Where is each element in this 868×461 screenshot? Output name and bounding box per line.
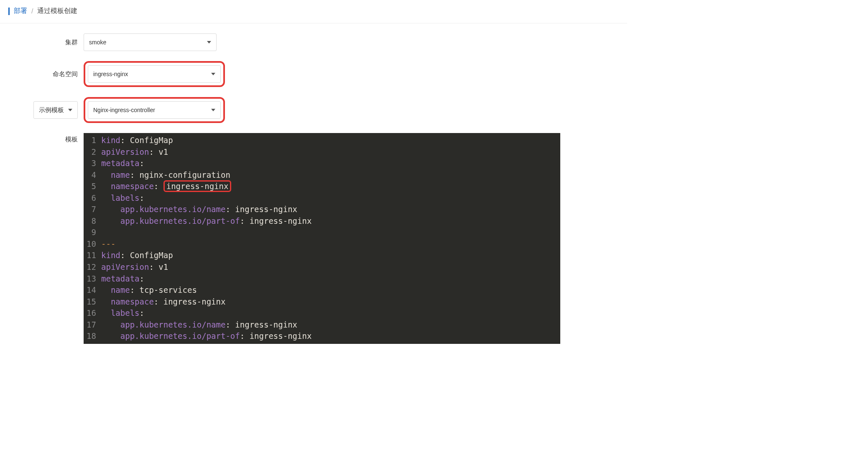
line-code: namespace: ingress-nginx — [101, 181, 231, 192]
line-number: 13 — [84, 273, 101, 285]
editor-line: 8 app.kubernetes.io/part-of: ingress-ngi… — [84, 215, 560, 227]
editor-line: 10--- — [84, 238, 560, 250]
editor-line: 14 name: tcp-services — [84, 284, 560, 296]
editor-line: 1kind: ConfigMap — [84, 135, 560, 146]
example-template-highlight: Nginx-ingress-controller — [84, 97, 225, 123]
editor-line: 2apiVersion: v1 — [84, 146, 560, 158]
editor-line: 13metadata: — [84, 273, 560, 285]
editor-line: 9 — [84, 227, 560, 238]
editor-line: 4 name: nginx-configuration — [84, 169, 560, 181]
namespace-highlight: ingress-nginx — [84, 61, 225, 87]
chevron-down-icon — [68, 109, 72, 111]
example-template-select-value: Nginx-ingress-controller — [93, 107, 155, 113]
editor-line: 15 namespace: ingress-nginx — [84, 296, 560, 308]
line-code: metadata: — [101, 158, 144, 169]
line-number: 17 — [84, 319, 101, 331]
line-code: app.kubernetes.io/part-of: ingress-nginx — [101, 215, 311, 227]
line-code: name: nginx-configuration — [101, 169, 230, 181]
editor-line: 12apiVersion: v1 — [84, 261, 560, 273]
example-template-button-label: 示例模板 — [39, 106, 64, 114]
line-number: 16 — [84, 307, 101, 319]
line-number: 1 — [84, 135, 101, 146]
line-number: 15 — [84, 296, 101, 308]
line-number: 2 — [84, 146, 101, 158]
editor-line: 17 app.kubernetes.io/name: ingress-nginx — [84, 319, 560, 331]
line-code: --- — [101, 238, 115, 250]
editor-line: 16 labels: — [84, 307, 560, 319]
line-number: 6 — [84, 192, 101, 204]
line-code: kind: ConfigMap — [101, 250, 173, 261]
breadcrumb-separator: / — [31, 8, 33, 15]
example-template-select[interactable]: Nginx-ingress-controller — [88, 101, 221, 119]
line-code: app.kubernetes.io/part-of: ingress-nginx — [101, 330, 311, 342]
namespace-select-value: ingress-nginx — [93, 71, 128, 77]
line-code: labels: — [101, 307, 144, 319]
line-code: apiVersion: v1 — [101, 261, 168, 273]
example-template-button[interactable]: 示例模板 — [33, 101, 78, 119]
breadcrumb: 部署 / 通过模板创建 — [0, 0, 627, 23]
editor-line: 7 app.kubernetes.io/name: ingress-nginx — [84, 204, 560, 215]
line-code: kind: ConfigMap — [101, 135, 173, 146]
line-number: 4 — [84, 169, 101, 181]
line-code: apiVersion: v1 — [101, 146, 168, 158]
line-code: namespace: ingress-nginx — [101, 296, 225, 308]
line-number: 14 — [84, 284, 101, 296]
editor-line: 18 app.kubernetes.io/part-of: ingress-ng… — [84, 330, 560, 342]
editor-line: 6 labels: — [84, 192, 560, 204]
yaml-editor[interactable]: 1kind: ConfigMap2apiVersion: v13metadata… — [84, 133, 560, 344]
line-number: 10 — [84, 238, 101, 250]
cluster-select[interactable]: smoke — [84, 33, 217, 51]
editor-line: 5 namespace: ingress-nginx — [84, 181, 560, 192]
line-number: 8 — [84, 215, 101, 227]
line-number: 5 — [84, 181, 101, 192]
cluster-label: 集群 — [0, 38, 84, 46]
line-number: 11 — [84, 250, 101, 261]
line-code: metadata: — [101, 273, 144, 285]
line-code: labels: — [101, 192, 144, 204]
line-number: 9 — [84, 227, 101, 238]
line-number: 3 — [84, 158, 101, 169]
line-code: name: tcp-services — [101, 284, 197, 296]
editor-line: 11kind: ConfigMap — [84, 250, 560, 261]
line-number: 18 — [84, 330, 101, 342]
chevron-down-icon — [207, 41, 211, 44]
breadcrumb-current: 通过模板创建 — [37, 7, 77, 15]
chevron-down-icon — [211, 73, 215, 75]
chevron-down-icon — [211, 109, 215, 111]
cluster-select-value: smoke — [89, 39, 106, 46]
namespace-label: 命名空间 — [0, 70, 84, 78]
editor-line: 3metadata: — [84, 158, 560, 169]
line-number: 12 — [84, 261, 101, 273]
line-code: app.kubernetes.io/name: ingress-nginx — [101, 204, 297, 215]
breadcrumb-accent-bar — [8, 8, 10, 15]
namespace-select[interactable]: ingress-nginx — [88, 65, 221, 83]
line-code: app.kubernetes.io/name: ingress-nginx — [101, 319, 297, 331]
template-label: 模板 — [0, 133, 84, 143]
breadcrumb-root-link[interactable]: 部署 — [14, 7, 27, 15]
line-number: 7 — [84, 204, 101, 215]
